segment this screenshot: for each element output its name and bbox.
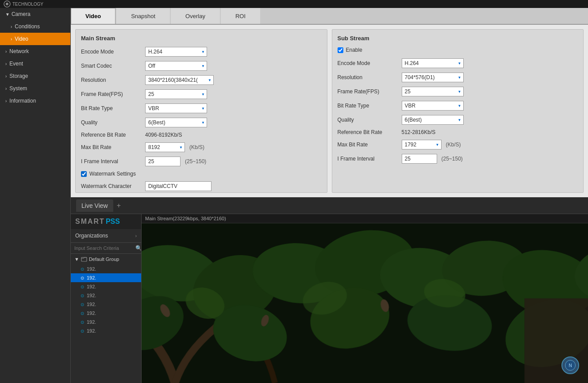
search-icon[interactable]: 🔍 bbox=[135, 245, 142, 251]
organizations-label: Organizations bbox=[75, 233, 108, 239]
frame-rate-row: Frame Rate(FPS) 25 bbox=[81, 89, 322, 99]
camera-icon-8: ⊙ bbox=[81, 329, 84, 333]
sub-frame-rate-select[interactable]: 25 bbox=[402, 87, 464, 96]
list-item[interactable]: ⊙ 192. bbox=[71, 273, 141, 282]
sub-reference-bit-rate-label: Reference Bit Rate bbox=[338, 129, 402, 135]
encode-mode-select[interactable]: H.264 bbox=[145, 47, 207, 57]
tab-roi[interactable]: ROI bbox=[221, 8, 260, 24]
live-view-tab[interactable]: Live View bbox=[76, 199, 113, 212]
watermark-checkbox[interactable] bbox=[81, 171, 87, 177]
sidebar-item-event[interactable]: › Event bbox=[0, 57, 70, 70]
tab-snapshot[interactable]: Snapshot bbox=[116, 8, 170, 24]
max-bit-rate-control: 8192 (Kb/S) bbox=[145, 142, 204, 152]
sub-stream-enable-checkbox[interactable] bbox=[338, 47, 343, 53]
max-bit-rate-select[interactable]: 8192 bbox=[145, 142, 185, 152]
sidebar-item-network[interactable]: › Network bbox=[0, 45, 70, 57]
quality-control: 6(Best) bbox=[145, 118, 207, 127]
compass-inner: N bbox=[565, 360, 576, 371]
frame-rate-select[interactable]: 25 bbox=[145, 89, 207, 99]
logo: TECHNOLOGY bbox=[4, 0, 43, 8]
camera-icon-3: ⊙ bbox=[81, 284, 84, 289]
sub-quality-row: Quality 6(Best) bbox=[338, 115, 578, 125]
add-tab-button[interactable]: + bbox=[117, 202, 121, 210]
sidebar-item-system[interactable]: › System bbox=[0, 82, 70, 95]
quality-select[interactable]: 6(Best) bbox=[145, 118, 207, 127]
info-arrow-icon: › bbox=[5, 99, 7, 103]
tab-overlay[interactable]: Overlay bbox=[171, 8, 220, 24]
sidebar-item-conditions[interactable]: › Conditions bbox=[0, 20, 70, 33]
organizations-header[interactable]: Organizations › bbox=[71, 229, 141, 243]
sub-bit-rate-type-control: VBR bbox=[402, 101, 464, 111]
content-area: Video Snapshot Overlay ROI Main Stream bbox=[71, 8, 588, 383]
brand-pss: PSS bbox=[106, 218, 120, 226]
sub-i-frame-interval-input[interactable] bbox=[402, 154, 437, 164]
encode-mode-select-wrapper: H.264 bbox=[145, 47, 207, 57]
sub-resolution-select[interactable]: 704*576(D1) bbox=[402, 73, 464, 82]
network-arrow-icon: › bbox=[5, 49, 7, 54]
device-group-default[interactable]: ▼ Default Group bbox=[71, 254, 141, 264]
tabs-bar: Video Snapshot Overlay ROI bbox=[71, 8, 588, 25]
list-item[interactable]: ⊙ 192. bbox=[71, 264, 141, 273]
plant-background: N bbox=[142, 223, 588, 383]
sidebar-item-label-network: Network bbox=[9, 48, 29, 54]
list-item[interactable]: ⊙ 192. bbox=[71, 291, 141, 300]
quality-select-wrapper: 6(Best) bbox=[145, 118, 207, 127]
sidebar-item-storage[interactable]: › Storage bbox=[0, 70, 70, 82]
list-item[interactable]: ⊙ 192. bbox=[71, 318, 141, 326]
bit-rate-type-select[interactable]: VBR bbox=[145, 103, 207, 113]
list-item[interactable]: ⊙ 192. bbox=[71, 326, 141, 335]
camera-settings: Video Snapshot Overlay ROI Main Stream bbox=[71, 8, 588, 197]
list-item[interactable]: ⊙ 192. bbox=[71, 282, 141, 291]
sub-stream-title: Sub Stream bbox=[338, 35, 578, 42]
group-folder-icon bbox=[81, 256, 87, 262]
resolution-select[interactable]: 3840*2160(3840x21( bbox=[145, 75, 214, 85]
bottom-left-panel: SMART PSS Organizations › 🔍 bbox=[71, 214, 142, 383]
bottom-content: SMART PSS Organizations › 🔍 bbox=[71, 214, 588, 383]
device-ip-4: 192. bbox=[87, 293, 96, 298]
sidebar-item-information[interactable]: › Information bbox=[0, 95, 70, 107]
tab-video[interactable]: Video bbox=[71, 8, 115, 24]
camera-icon-2: ⊙ bbox=[81, 276, 84, 280]
top-bar: TECHNOLOGY bbox=[0, 0, 588, 8]
sidebar-item-video[interactable]: › Video bbox=[0, 33, 70, 45]
sub-reference-bit-rate-row: Reference Bit Rate 512-2816Kb/S bbox=[338, 129, 578, 135]
video-frame: N bbox=[142, 223, 588, 383]
sub-quality-select[interactable]: 6(Best) bbox=[402, 115, 464, 125]
video-preview: Main Stream(23229kbps, 3840*2160) bbox=[142, 214, 588, 383]
sub-i-frame-interval-row: I Frame Interval (25~150) bbox=[338, 154, 578, 164]
sidebar-item-label-storage: Storage bbox=[9, 73, 28, 79]
watermark-character-label: Watermark Character bbox=[81, 183, 145, 189]
main-stream-title: Main Stream bbox=[81, 35, 322, 42]
sub-bit-rate-type-select[interactable]: VBR bbox=[402, 101, 464, 111]
camera-icon-5: ⊙ bbox=[81, 302, 84, 307]
sub-max-bit-rate-suffix: (Kb/S) bbox=[446, 142, 461, 148]
watermark-checkbox-label: Watermark Settings bbox=[89, 171, 136, 177]
device-ip-5: 192. bbox=[87, 302, 96, 307]
sub-quality-wrapper: 6(Best) bbox=[402, 115, 464, 125]
list-item[interactable]: ⊙ 192. bbox=[71, 300, 141, 309]
search-input[interactable] bbox=[74, 245, 135, 251]
sub-resolution-row: Resolution 704*576(D1) bbox=[338, 73, 578, 82]
settings-panels: Main Stream Encode Mode H.264 bbox=[71, 25, 588, 197]
smart-codec-select[interactable]: Off bbox=[145, 61, 207, 71]
device-group-label: Default Group bbox=[89, 257, 119, 262]
brand-smart: SMART bbox=[75, 218, 105, 226]
i-frame-interval-row: I Frame Interval (25~150) bbox=[81, 157, 322, 166]
sub-max-bit-rate-label: Max Bit Rate bbox=[338, 142, 402, 148]
i-frame-interval-input[interactable] bbox=[145, 157, 181, 166]
video-arrow-icon: › bbox=[11, 37, 12, 42]
watermark-character-input[interactable] bbox=[145, 181, 211, 191]
main-stream-panel: Main Stream Encode Mode H.264 bbox=[75, 29, 327, 193]
device-ip-2: 192. bbox=[87, 275, 96, 280]
frame-rate-control: 25 bbox=[145, 89, 207, 99]
sub-max-bit-rate-select[interactable]: 1792 bbox=[402, 140, 442, 149]
smart-codec-label: Smart Codec bbox=[81, 63, 145, 69]
list-item[interactable]: ⊙ 192. bbox=[71, 309, 141, 318]
sub-stream-enable-row: Enable bbox=[338, 47, 578, 53]
sidebar: ▼ Camera › Conditions › Video › Network … bbox=[0, 8, 71, 383]
system-arrow-icon: › bbox=[5, 86, 7, 91]
sub-i-frame-interval-control: (25~150) bbox=[402, 154, 463, 164]
resolution-row: Resolution 3840*2160(3840x21( bbox=[81, 75, 322, 85]
sub-reference-bit-rate-control: 512-2816Kb/S bbox=[402, 129, 436, 135]
sub-encode-mode-select[interactable]: H.264 bbox=[402, 58, 464, 68]
